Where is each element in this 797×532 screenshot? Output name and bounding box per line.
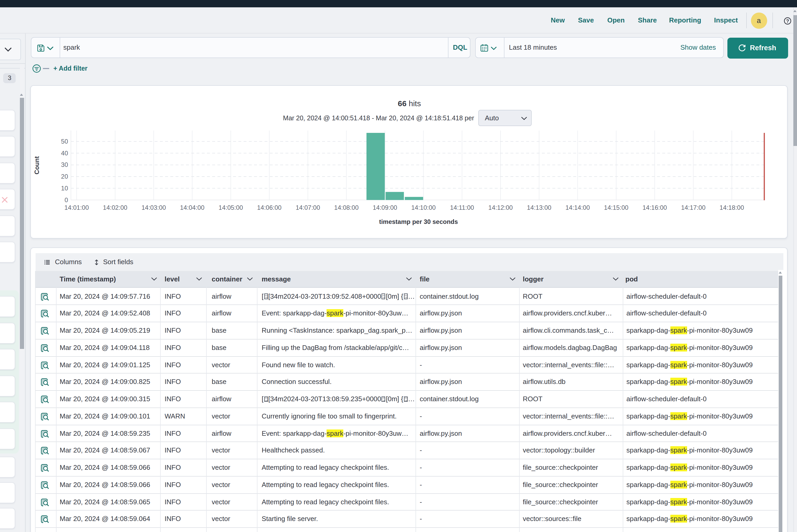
svg-text:14:07:00: 14:07:00 xyxy=(296,204,320,211)
svg-text:30: 30 xyxy=(61,161,68,168)
svg-text:14:14:00: 14:14:00 xyxy=(566,204,590,211)
svg-text:14:06:00: 14:06:00 xyxy=(257,204,281,211)
svg-text:14:17:00: 14:17:00 xyxy=(681,204,705,211)
svg-text:timestamp per 30 seconds: timestamp per 30 seconds xyxy=(379,218,458,225)
svg-text:14:16:00: 14:16:00 xyxy=(642,204,667,211)
svg-text:50: 50 xyxy=(61,138,68,145)
svg-text:14:01:00: 14:01:00 xyxy=(64,204,89,211)
svg-text:0: 0 xyxy=(64,196,68,204)
svg-text:40: 40 xyxy=(61,150,68,157)
svg-text:14:15:00: 14:15:00 xyxy=(604,204,628,211)
svg-text:14:09:00: 14:09:00 xyxy=(373,204,397,211)
svg-text:20: 20 xyxy=(61,173,68,180)
svg-text:14:13:00: 14:13:00 xyxy=(527,204,551,211)
svg-text:14:04:00: 14:04:00 xyxy=(180,204,204,211)
svg-text:10: 10 xyxy=(61,185,68,192)
svg-text:14:03:00: 14:03:00 xyxy=(142,204,166,211)
svg-text:14:08:00: 14:08:00 xyxy=(334,204,358,211)
svg-text:14:12:00: 14:12:00 xyxy=(488,204,513,211)
svg-text:Count: Count xyxy=(33,156,40,174)
svg-text:14:02:00: 14:02:00 xyxy=(103,204,127,211)
svg-text:?: ? xyxy=(786,18,789,23)
svg-text:14:05:00: 14:05:00 xyxy=(219,204,243,211)
svg-text:14:18:00: 14:18:00 xyxy=(720,204,744,211)
svg-text:14:10:00: 14:10:00 xyxy=(411,204,435,211)
svg-text:14:11:00: 14:11:00 xyxy=(450,204,474,211)
